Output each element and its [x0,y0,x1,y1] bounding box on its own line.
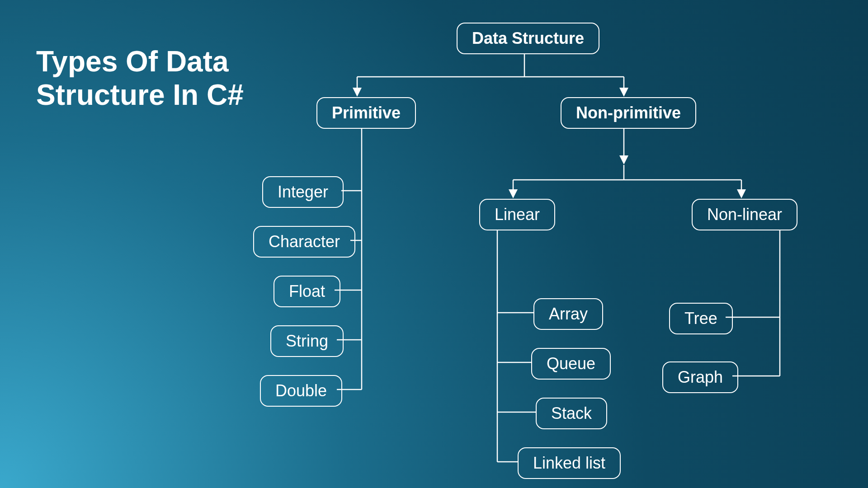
node-nonprimitive: Non-primitive [561,97,696,129]
node-tree: Tree [669,303,733,334]
node-float: Float [274,276,340,307]
node-primitive: Primitive [316,97,416,129]
node-linear: Linear [479,199,555,230]
node-graph: Graph [662,361,738,393]
title-line-1: Types Of Data [36,45,229,78]
title-line-2: Structure In C# [36,79,244,111]
node-queue: Queue [531,348,611,380]
node-data-structure: Data Structure [457,23,599,54]
node-linkedlist: Linked list [518,447,621,479]
node-double: Double [260,375,342,407]
diagram-title: Types Of Data Structure In C# [36,45,244,112]
node-character: Character [253,226,355,258]
node-stack: Stack [536,398,607,429]
node-integer: Integer [262,176,344,208]
node-nonlinear: Non-linear [692,199,797,230]
node-string: String [270,325,344,357]
node-array: Array [533,298,603,330]
